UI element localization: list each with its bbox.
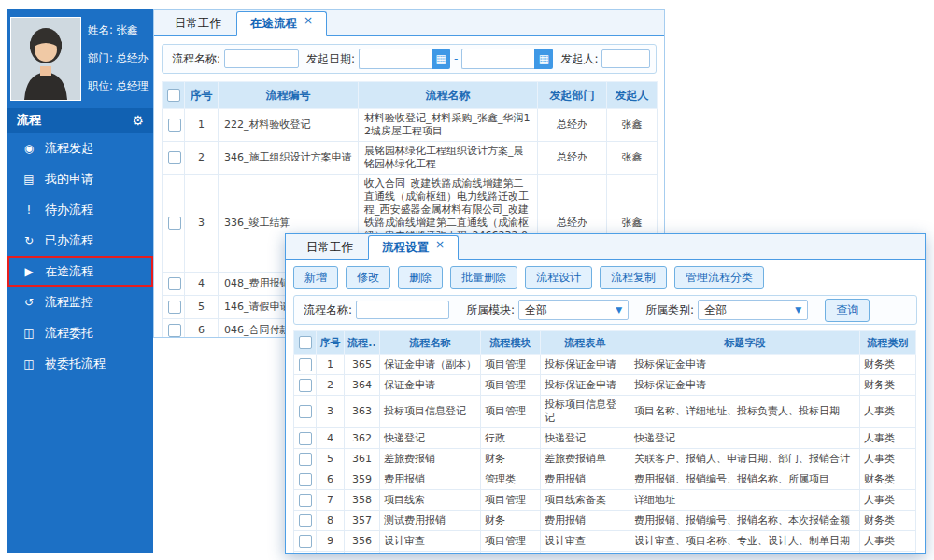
- date-from-input[interactable]: [359, 49, 432, 69]
- user-profile: 姓名: 张鑫 部门: 总经办 职位: 总经理: [7, 9, 153, 108]
- cell-category: 人事类: [860, 490, 916, 511]
- process-definition-row[interactable]: 3 363 投标项目信息登记 项目管理 投标项目信息登记 项目名称、详细地址、投…: [294, 396, 916, 428]
- menu-item-label: 已办流程: [45, 232, 93, 249]
- calendar-icon[interactable]: ▦: [534, 49, 553, 69]
- edit-button[interactable]: 修改: [346, 266, 390, 289]
- menu-item-label: 流程发起: [45, 140, 93, 157]
- sidebar-menu-item[interactable]: ↺ 流程监控: [7, 287, 153, 317]
- checkbox-cell: [294, 490, 317, 511]
- cell-process-id: 365: [345, 355, 380, 375]
- process-definition-row[interactable]: 1 365 保证金申请（副本） 项目管理 投标保证金申请 投标保证金申请 财务类: [294, 355, 916, 375]
- add-button[interactable]: 新增: [293, 266, 338, 289]
- row-checkbox[interactable]: [168, 217, 181, 230]
- process-definition-row[interactable]: 10 355 设计进度汇报 项目管理 设计进度汇报 设计进度汇报、所属项目、任务…: [294, 552, 916, 555]
- row-checkbox[interactable]: [299, 358, 312, 371]
- gear-icon[interactable]: ⚙: [132, 113, 144, 128]
- row-checkbox[interactable]: [299, 535, 312, 548]
- row-checkbox[interactable]: [168, 151, 181, 164]
- cell-title-fields: 设计审查、项目名称、专业、设计人、制单日期: [630, 531, 860, 552]
- row-checkbox[interactable]: [299, 494, 312, 507]
- sidebar-menu-item[interactable]: ◫ 流程委托: [7, 317, 153, 348]
- process-design-button[interactable]: 流程设计: [525, 266, 592, 289]
- row-checkbox[interactable]: [299, 379, 312, 392]
- cell-seq: 5: [185, 296, 219, 319]
- cell-category: 人事类: [860, 531, 916, 552]
- module-select[interactable]: 全部 ▼: [518, 300, 629, 320]
- query-button[interactable]: 查询: [825, 299, 870, 322]
- cell-form: 差旅费报销单: [541, 449, 630, 469]
- cell-title-fields: 设计进度汇报、所属项目、任务名称、任务编号、设计人、汇报人、汇报日期: [630, 552, 860, 555]
- menu-item-label: 流程监控: [45, 294, 93, 311]
- cell-module: 项目管理: [481, 490, 541, 511]
- tab-daily-work[interactable]: 日常工作: [162, 12, 234, 35]
- cell-module: 项目管理: [481, 375, 541, 396]
- cell-process-id: 361: [345, 449, 380, 469]
- calendar-icon[interactable]: ▦: [432, 49, 450, 69]
- process-definition-row[interactable]: 7 358 项目线索 项目管理 项目线索备案 详细地址 人事类: [294, 490, 916, 511]
- process-name-input[interactable]: [224, 49, 299, 68]
- tab-daily-work[interactable]: 日常工作: [293, 236, 366, 259]
- cell-process-name: 设计进度汇报: [380, 552, 481, 555]
- cell-seq: 2: [317, 375, 345, 396]
- process-name-input[interactable]: [356, 301, 449, 319]
- row-checkbox[interactable]: [299, 473, 312, 486]
- cell-category: 项目管理: [860, 552, 916, 555]
- process-definition-row[interactable]: 4 362 快递登记 行政 快递登记 快递登记 人事类: [294, 428, 916, 449]
- application-window: { "theme": { "sidebar_blue": "#1c70c5", …: [0, 0, 934, 560]
- checkbox-cell: [294, 531, 317, 552]
- date-from-field: ▦: [359, 49, 450, 69]
- cell-title-fields: 详细地址: [630, 490, 860, 511]
- cell-process-id: 356: [345, 531, 380, 552]
- tab-in-transit-process[interactable]: 在途流程 ×: [236, 11, 327, 36]
- sidebar-section-header: 流程 ⚙: [7, 108, 153, 133]
- row-checkbox[interactable]: [299, 432, 312, 445]
- checkbox-cell: [163, 109, 185, 142]
- sidebar-menu-item[interactable]: ◉ 流程发起: [7, 133, 153, 163]
- profile-info: 姓名: 张鑫 部门: 总经办 职位: 总经理: [88, 17, 149, 101]
- row-checkbox[interactable]: [168, 301, 181, 314]
- row-checkbox[interactable]: [299, 514, 312, 527]
- sidebar-menu-item[interactable]: ◫ 被委托流程: [7, 348, 153, 379]
- row-checkbox[interactable]: [168, 324, 181, 337]
- cell-module: 财务: [481, 511, 541, 531]
- process-definition-row[interactable]: 9 356 设计审查 项目管理 设计审查 设计审查、项目名称、专业、设计人、制单…: [294, 531, 916, 552]
- sidebar-menu-item[interactable]: ▤ 我的申请: [7, 163, 153, 194]
- process-definition-row[interactable]: 5 361 差旅费报销 财务 差旅费报销单 关联客户、报销人、申请日期、部门、报…: [294, 449, 916, 469]
- close-tab-icon[interactable]: ×: [435, 239, 445, 250]
- row-checkbox[interactable]: [168, 119, 181, 132]
- close-tab-icon[interactable]: ×: [304, 15, 313, 26]
- cell-category: 财务类: [860, 511, 916, 531]
- sidebar-menu-item[interactable]: ! 待办流程: [7, 194, 153, 225]
- process-table-row[interactable]: 1 222_材料验收登记 材料验收登记_材料采购_张鑫_华润12城房屋工程项目 …: [163, 109, 658, 142]
- cell-module: 项目管理: [481, 531, 541, 552]
- process-definition-row[interactable]: 2 364 保证金申请 项目管理 投标保证金申请 投标保证金申请 财务类: [294, 375, 916, 396]
- process-definition-row[interactable]: 8 357 测试费用报销 财务 费用报销 费用报销、报销编号、报销名称、本次报销…: [294, 511, 916, 531]
- sidebar-menu-item[interactable]: ↻ 已办流程: [7, 225, 153, 256]
- process-definition-row[interactable]: 6 359 费用报销 管理类 费用报销 费用报销、报销编号、报销名称、所属项目 …: [294, 469, 916, 490]
- delete-button[interactable]: 删除: [398, 266, 443, 289]
- row-checkbox[interactable]: [168, 277, 181, 290]
- manage-category-button[interactable]: 管理流程分类: [674, 266, 764, 289]
- cell-form: 设计进度汇报: [541, 552, 630, 555]
- select-all-checkbox[interactable]: [167, 89, 180, 102]
- date-to-input[interactable]: [461, 49, 534, 69]
- row-checkbox[interactable]: [299, 405, 312, 418]
- initiator-input[interactable]: [601, 49, 650, 68]
- cell-module: 项目管理: [481, 552, 541, 555]
- process-table-row[interactable]: 2 346_施工组织设计方案申请 晨铭园林绿化工程组织设计方案_晨铭园林绿化工程…: [163, 142, 658, 175]
- column-header: 流程模块: [481, 331, 541, 355]
- select-all-checkbox[interactable]: [299, 336, 312, 349]
- cell-process-name: 投标项目信息登记: [380, 396, 481, 428]
- category-select[interactable]: 全部 ▼: [698, 300, 808, 320]
- tab-process-settings[interactable]: 流程设置 ×: [368, 235, 459, 260]
- menu-item-label: 待办流程: [45, 202, 93, 218]
- process-name-label: 流程名称:: [304, 302, 352, 318]
- row-checkbox[interactable]: [299, 453, 312, 466]
- cell-seq: 3: [317, 396, 345, 428]
- cell-seq: 6: [317, 469, 345, 490]
- batch-delete-button[interactable]: 批量删除: [450, 266, 517, 289]
- process-copy-button[interactable]: 流程复制: [600, 266, 667, 289]
- cell-initiator: 张鑫: [607, 109, 658, 142]
- cell-process-id: 355: [345, 552, 380, 555]
- sidebar-menu-item[interactable]: ▶ 在途流程: [7, 256, 153, 287]
